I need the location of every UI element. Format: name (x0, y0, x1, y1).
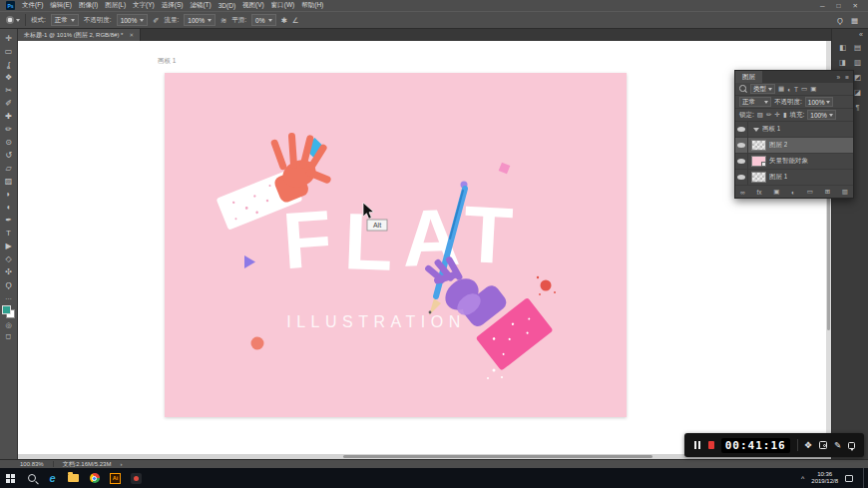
airbrush-icon[interactable]: ≋ (220, 16, 226, 25)
mode-select[interactable]: 正常 (51, 14, 79, 26)
document-area[interactable]: 画板 1 F L (18, 41, 831, 459)
shape-tool-icon[interactable]: ◇ (1, 252, 17, 265)
taskbar-search-button[interactable] (21, 468, 42, 488)
brush-tool-icon[interactable]: ✏ (1, 123, 17, 136)
shape-layer-filter-icon[interactable]: ▭ (801, 85, 807, 93)
layer-thumbnail[interactable] (751, 140, 766, 151)
healing-brush-tool-icon[interactable]: ✚ (1, 110, 17, 123)
dock-collapse-icon[interactable]: « (859, 31, 863, 38)
move-icon[interactable]: ✥ (804, 440, 811, 450)
show-desktop-button[interactable] (863, 468, 866, 488)
menu-type[interactable]: 文字(Y) (133, 1, 155, 10)
visibility-toggle[interactable] (735, 154, 748, 169)
layer-style-icon[interactable]: fx (756, 189, 761, 196)
eraser-tool-icon[interactable]: ▱ (1, 162, 17, 175)
layer-row[interactable]: 图层 1 (735, 170, 853, 186)
taskbar-clock[interactable]: 10:36 2019/12/8 (811, 471, 838, 485)
panel-collapse-icon[interactable]: » (837, 74, 841, 81)
gradients-panel-icon[interactable]: ◨ (839, 58, 846, 67)
menu-image[interactable]: 图像(I) (79, 1, 98, 10)
layer-row-artboard[interactable]: 画板 1 (735, 122, 853, 138)
tab-close-icon[interactable]: ✕ (129, 32, 134, 38)
search-icon[interactable]: Ϙ (837, 16, 843, 25)
adjustments-panel-icon[interactable]: ◩ (854, 73, 861, 82)
visibility-toggle[interactable] (735, 138, 748, 153)
link-layers-icon[interactable]: ∞ (740, 189, 745, 196)
foreground-color-swatch[interactable] (2, 305, 11, 314)
path-selection-tool-icon[interactable]: ▶ (1, 240, 17, 252)
panel-menu-icon[interactable]: ≡ (845, 74, 849, 81)
filter-type-select[interactable]: 类型 (750, 84, 775, 94)
workspace-icon[interactable]: ▦ (851, 16, 858, 25)
properties-panel-icon[interactable]: ◪ (854, 88, 861, 97)
lock-transparent-pixels-icon[interactable]: ▨ (757, 111, 763, 119)
minimize-button[interactable]: ─ (820, 2, 825, 10)
menu-edit[interactable]: 编辑(E) (50, 1, 72, 10)
smart-object-filter-icon[interactable]: ▣ (810, 85, 816, 93)
swatches-panel-icon[interactable]: ▤ (854, 43, 861, 52)
quick-mask-icon[interactable]: ◎ (1, 319, 17, 330)
history-brush-tool-icon[interactable]: ↺ (1, 149, 17, 162)
pen-tool-icon[interactable]: ✒ (1, 214, 17, 227)
expand-caret-icon[interactable] (753, 128, 759, 132)
crop-tool-icon[interactable]: ✂ (1, 84, 17, 97)
pen-icon[interactable]: ✎ (834, 440, 841, 450)
dodge-tool-icon[interactable]: ◖ (1, 201, 17, 214)
layer-group-icon[interactable]: ▭ (807, 188, 813, 196)
taskbar-edge[interactable]: e (42, 468, 63, 488)
camera-icon[interactable] (819, 441, 827, 449)
adjustment-layer-filter-icon[interactable]: ◐ (787, 86, 791, 93)
opacity-select[interactable]: 100% (117, 14, 149, 26)
new-layer-icon[interactable]: ⊞ (825, 188, 830, 196)
artboard-label[interactable]: 画板 1 (158, 57, 176, 66)
taskbar-chrome[interactable] (84, 468, 105, 488)
edit-toolbar-icon[interactable]: … (1, 291, 17, 302)
layer-thumbnail[interactable] (751, 172, 766, 183)
chat-icon[interactable] (848, 442, 855, 449)
blur-tool-icon[interactable]: ◗ (1, 188, 17, 201)
tray-expand-icon[interactable]: ^ (801, 475, 804, 482)
lock-image-pixels-icon[interactable]: ✏ (766, 111, 771, 119)
flow-select[interactable]: 100% (184, 14, 216, 26)
close-button[interactable]: ✕ (853, 2, 858, 10)
type-tool-icon[interactable]: T (1, 227, 17, 240)
menu-file[interactable]: 文件(F) (22, 1, 43, 10)
lasso-tool-icon[interactable]: ʆ (1, 58, 17, 71)
type-layer-filter-icon[interactable]: T (794, 86, 798, 93)
menu-filter[interactable]: 滤镜(T) (190, 1, 211, 10)
lock-position-icon[interactable]: ✛ (774, 111, 779, 119)
layer-row-smart-object[interactable]: 矢量智能对象 (735, 154, 853, 170)
pressure-opacity-icon[interactable]: ✐ (153, 16, 159, 25)
pause-button[interactable] (693, 441, 701, 449)
eyedropper-tool-icon[interactable]: ✐ (1, 97, 17, 110)
menu-select[interactable]: 选择(S) (162, 1, 184, 10)
document-tab[interactable]: 未标题-1 @ 101% (图层 2, RGB/8#) * ✕ (18, 29, 141, 41)
layer-thumbnail[interactable] (751, 156, 766, 167)
menu-layer[interactable]: 图层(L) (105, 1, 126, 10)
smoothing-gear-icon[interactable]: ✱ (281, 16, 287, 25)
artboard-canvas[interactable]: F L A T ILLUSTRATION (165, 73, 627, 417)
brush-angle-icon[interactable]: ∠ (292, 16, 299, 25)
notification-center-icon[interactable] (845, 475, 853, 482)
taskbar-illustrator[interactable]: Ai (105, 468, 126, 488)
layer-opacity-input[interactable]: 100% (805, 97, 834, 107)
taskbar-explorer[interactable] (63, 468, 84, 488)
delete-layer-icon[interactable]: ▥ (842, 188, 848, 196)
paragraph-panel-icon[interactable]: ¶ (855, 103, 859, 112)
start-button[interactable] (0, 468, 21, 488)
quick-selection-tool-icon[interactable]: ❖ (1, 71, 17, 84)
brush-preset-picker[interactable] (6, 16, 20, 24)
stop-record-button[interactable] (708, 441, 714, 449)
horizontal-scroll-thumb[interactable] (343, 455, 652, 458)
menu-3d[interactable]: 3D(D) (218, 2, 235, 9)
zoom-level[interactable]: 100.83% (20, 461, 44, 467)
layer-row-selected[interactable]: 图层 2 (735, 138, 853, 154)
menu-window[interactable]: 窗口(W) (271, 1, 294, 10)
gradient-tool-icon[interactable]: ▨ (1, 175, 17, 188)
lock-all-icon[interactable]: ▮ (783, 111, 787, 119)
visibility-toggle[interactable] (735, 122, 748, 137)
patterns-panel-icon[interactable]: ▥ (854, 58, 861, 67)
smoothing-select[interactable]: 0% (251, 14, 275, 26)
color-panel-icon[interactable]: ◧ (839, 43, 846, 52)
color-swatches[interactable] (2, 305, 15, 318)
